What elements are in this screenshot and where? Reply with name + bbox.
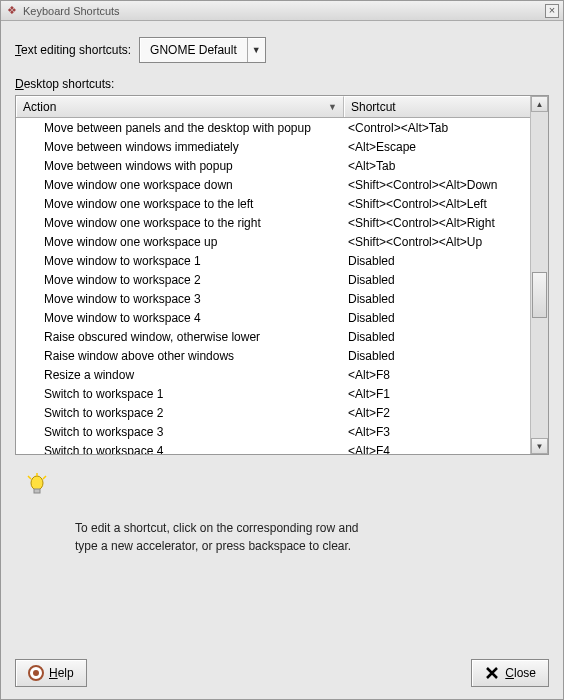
sort-descending-icon: ▼ xyxy=(328,102,337,112)
cell-shortcut: <Shift><Control><Alt>Right xyxy=(344,216,530,230)
cell-action: Move window to workspace 3 xyxy=(16,292,344,306)
cell-shortcut: <Shift><Control><Alt>Left xyxy=(344,197,530,211)
scrollbar-track[interactable] xyxy=(531,112,548,438)
close-button-label: Close xyxy=(505,666,536,680)
svg-point-0 xyxy=(31,476,43,490)
cell-action: Move between windows with popup xyxy=(16,159,344,173)
table-row[interactable]: Move window one workspace to the left<Sh… xyxy=(16,194,530,213)
table-row[interactable]: Move between windows with popup<Alt>Tab xyxy=(16,156,530,175)
cell-shortcut: <Alt>F8 xyxy=(344,368,530,382)
window-title: Keyboard Shortcuts xyxy=(23,5,120,17)
cell-shortcut: Disabled xyxy=(344,330,530,344)
table-row[interactable]: Switch to workspace 2<Alt>F2 xyxy=(16,403,530,422)
system-menu-icon[interactable]: ❖ xyxy=(5,4,19,18)
table-row[interactable]: Move between panels and the desktop with… xyxy=(16,118,530,137)
scroll-up-icon[interactable]: ▲ xyxy=(531,96,548,112)
table-row[interactable]: Move window one workspace up<Shift><Cont… xyxy=(16,232,530,251)
cell-shortcut: Disabled xyxy=(344,273,530,287)
lightbulb-icon xyxy=(25,473,49,497)
cell-action: Move between windows immediately xyxy=(16,140,344,154)
vertical-scrollbar[interactable]: ▲ ▼ xyxy=(530,96,548,454)
text-editing-combo[interactable]: GNOME Default ▼ xyxy=(139,37,266,63)
table-row[interactable]: Move window to workspace 1Disabled xyxy=(16,251,530,270)
cell-shortcut: Disabled xyxy=(344,254,530,268)
cell-action: Switch to workspace 4 xyxy=(16,444,344,455)
cell-shortcut: <Alt>F1 xyxy=(344,387,530,401)
content-area: Text editing shortcuts: GNOME Default ▼ … xyxy=(1,21,563,699)
shortcuts-table: Action ▼ Shortcut Move between panels an… xyxy=(16,96,530,454)
cell-shortcut: <Alt>Escape xyxy=(344,140,530,154)
cell-action: Move window to workspace 2 xyxy=(16,273,344,287)
cell-action: Raise obscured window, otherwise lower xyxy=(16,330,344,344)
text-editing-row: Text editing shortcuts: GNOME Default ▼ xyxy=(15,37,549,63)
close-icon xyxy=(484,665,500,681)
keyboard-shortcuts-window: ❖ Keyboard Shortcuts × Text editing shor… xyxy=(0,0,564,700)
cell-action: Resize a window xyxy=(16,368,344,382)
cell-action: Move window one workspace down xyxy=(16,178,344,192)
table-body: Move between panels and the desktop with… xyxy=(16,118,530,454)
cell-action: Move window to workspace 4 xyxy=(16,311,344,325)
cell-action: Move window to workspace 1 xyxy=(16,254,344,268)
table-row[interactable]: Move window one workspace down<Shift><Co… xyxy=(16,175,530,194)
cell-action: Move between panels and the desktop with… xyxy=(16,121,344,135)
table-row[interactable]: Raise window above other windowsDisabled xyxy=(16,346,530,365)
cell-shortcut: <Alt>F2 xyxy=(344,406,530,420)
table-row[interactable]: Move window to workspace 2Disabled xyxy=(16,270,530,289)
cell-action: Switch to workspace 3 xyxy=(16,425,344,439)
cell-shortcut: <Control><Alt>Tab xyxy=(344,121,530,135)
text-editing-label: Text editing shortcuts: xyxy=(15,43,131,57)
table-row[interactable]: Raise obscured window, otherwise lowerDi… xyxy=(16,327,530,346)
table-row[interactable]: Move window to workspace 3Disabled xyxy=(16,289,530,308)
button-bar: Help Close xyxy=(15,649,549,687)
svg-rect-1 xyxy=(34,489,40,493)
table-row[interactable]: Move window to workspace 4Disabled xyxy=(16,308,530,327)
shortcuts-table-container: Action ▼ Shortcut Move between panels an… xyxy=(15,95,549,455)
cell-shortcut: <Alt>Tab xyxy=(344,159,530,173)
scrollbar-thumb[interactable] xyxy=(532,272,547,318)
desktop-shortcuts-label: Desktop shortcuts: xyxy=(15,77,549,91)
cell-action: Switch to workspace 2 xyxy=(16,406,344,420)
cell-shortcut: <Alt>F4 xyxy=(344,444,530,455)
table-row[interactable]: Move window one workspace to the right<S… xyxy=(16,213,530,232)
column-header-shortcut[interactable]: Shortcut xyxy=(344,96,530,117)
close-button[interactable]: Close xyxy=(471,659,549,687)
cell-action: Move window one workspace to the right xyxy=(16,216,344,230)
help-icon xyxy=(28,665,44,681)
hint-area: To edit a shortcut, click on the corresp… xyxy=(15,469,549,559)
cell-shortcut: Disabled xyxy=(344,292,530,306)
cell-shortcut: <Shift><Control><Alt>Up xyxy=(344,235,530,249)
help-button-label: Help xyxy=(49,666,74,680)
cell-shortcut: <Alt>F3 xyxy=(344,425,530,439)
cell-shortcut: Disabled xyxy=(344,349,530,363)
titlebar[interactable]: ❖ Keyboard Shortcuts × xyxy=(1,1,563,21)
cell-shortcut: <Shift><Control><Alt>Down xyxy=(344,178,530,192)
table-row[interactable]: Switch to workspace 4<Alt>F4 xyxy=(16,441,530,454)
cell-action: Move window one workspace to the left xyxy=(16,197,344,211)
scroll-down-icon[interactable]: ▼ xyxy=(531,438,548,454)
chevron-down-icon: ▼ xyxy=(247,38,265,62)
table-row[interactable]: Move between windows immediately<Alt>Esc… xyxy=(16,137,530,156)
column-header-action[interactable]: Action ▼ xyxy=(16,96,344,117)
table-row[interactable]: Switch to workspace 3<Alt>F3 xyxy=(16,422,530,441)
cell-shortcut: Disabled xyxy=(344,311,530,325)
combo-selected-value: GNOME Default xyxy=(140,38,247,62)
svg-point-3 xyxy=(33,670,39,676)
cell-action: Move window one workspace up xyxy=(16,235,344,249)
table-header: Action ▼ Shortcut xyxy=(16,96,530,118)
help-button[interactable]: Help xyxy=(15,659,87,687)
cell-action: Raise window above other windows xyxy=(16,349,344,363)
table-row[interactable]: Switch to workspace 1<Alt>F1 xyxy=(16,384,530,403)
window-close-icon[interactable]: × xyxy=(545,4,559,18)
cell-action: Switch to workspace 1 xyxy=(16,387,344,401)
table-row[interactable]: Resize a window<Alt>F8 xyxy=(16,365,530,384)
hint-text: To edit a shortcut, click on the corresp… xyxy=(75,519,543,555)
